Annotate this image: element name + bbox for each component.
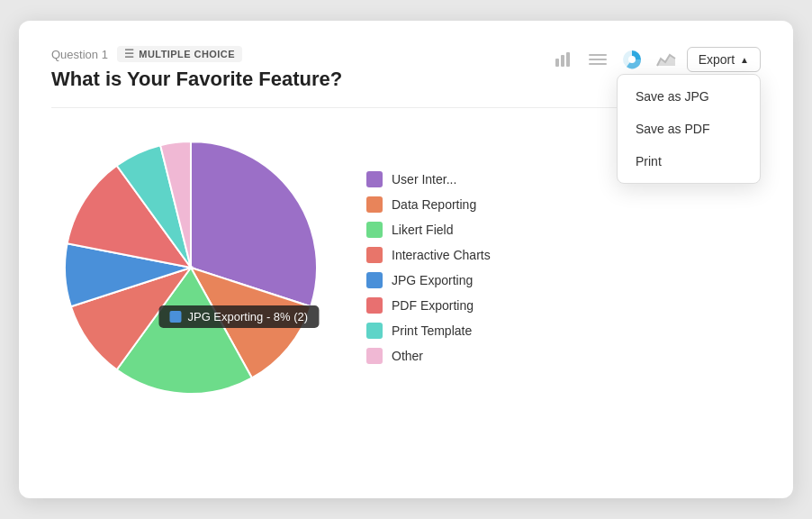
legend-swatch [366,222,383,238]
legend-item: Interactive Charts [366,247,491,263]
export-label: Export [699,52,735,67]
legend-swatch [366,297,383,314]
legend-swatch [366,196,383,213]
legend-item: JPG Exporting [366,272,491,288]
legend-swatch [366,348,383,364]
legend-item: Likert Field [366,222,491,238]
legend-item: PDF Exporting [366,297,491,314]
svg-rect-0 [555,59,559,67]
legend-item: Print Template [366,323,491,339]
svg-rect-3 [589,54,607,56]
legend-swatch [366,272,383,288]
legend-label: JPG Exporting [392,273,473,287]
pie-chart-wrapper: JPG Exporting - 8% (2) [51,128,330,407]
legend-label: Interactive Charts [392,248,491,262]
export-print-item[interactable]: Print [618,145,760,178]
legend-label: Print Template [392,323,472,338]
badge-icon: ☰ [124,48,134,60]
chart-toolbar: Export ▲ Save as JPG Save as PDF Print [550,46,761,73]
export-dropdown: Save as JPG Save as PDF Print [617,74,761,184]
list-icon[interactable] [584,46,611,73]
legend-label: Other [392,349,423,363]
export-container: Export ▲ Save as JPG Save as PDF Print [687,47,761,72]
bar-chart-icon[interactable] [550,46,577,73]
legend-swatch [366,323,383,339]
multiple-choice-badge: ☰ MULTIPLE CHOICE [117,46,242,62]
area-chart-icon[interactable] [653,46,680,73]
svg-rect-4 [589,59,607,60]
legend-label: Likert Field [392,223,453,237]
main-card: Question 1 ☰ MULTIPLE CHOICE [19,21,793,498]
export-arrow-icon: ▲ [740,55,749,65]
svg-rect-1 [561,55,564,67]
svg-rect-2 [566,52,570,67]
svg-rect-5 [589,63,607,65]
badge-text: MULTIPLE CHOICE [139,49,235,59]
legend-label: User Inter... [392,172,456,187]
export-jpg-item[interactable]: Save as JPG [618,80,760,113]
export-pdf-item[interactable]: Save as PDF [618,113,760,145]
pie-chart-icon[interactable] [618,46,645,73]
legend-label: Data Reporting [392,197,476,212]
chart-legend: User Inter... Data Reporting Likert Fiel… [366,171,491,364]
legend-item: Data Reporting [366,196,491,213]
pie-chart-svg [51,128,330,407]
legend-swatch [366,247,383,263]
legend-item: User Inter... [366,171,491,187]
legend-swatch [366,171,383,187]
legend-label: PDF Exporting [392,298,474,313]
export-button[interactable]: Export ▲ [687,47,761,72]
question-label: Question 1 [51,48,108,61]
legend-item: Other [366,348,491,364]
svg-point-7 [628,56,636,63]
